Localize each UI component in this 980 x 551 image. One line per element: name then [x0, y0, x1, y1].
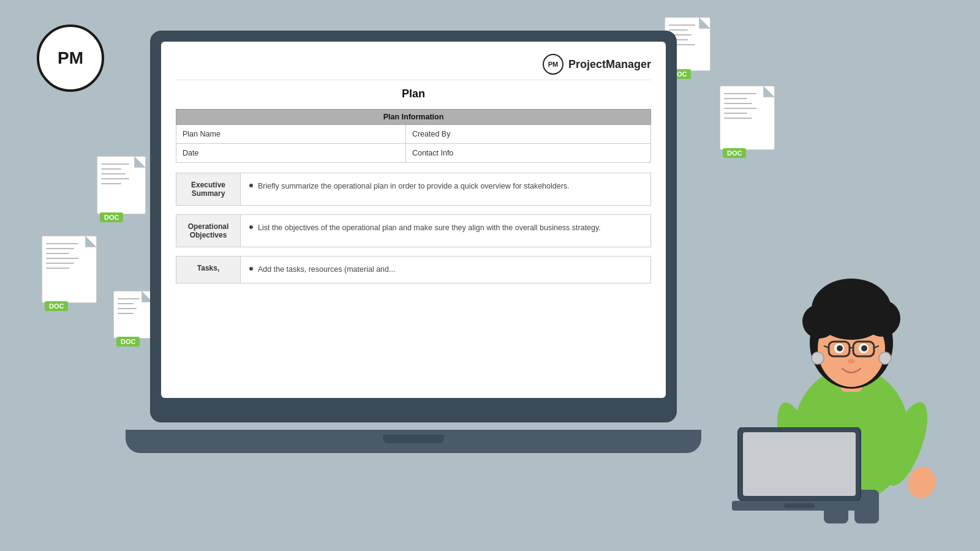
- executive-summary-content: Briefly summarize the operational plan i…: [241, 173, 651, 206]
- bullet-dot-1: [249, 184, 253, 187]
- contact-info-label: Contact Info: [405, 144, 650, 163]
- small-laptop-illustration: [732, 427, 879, 519]
- executive-summary-label: ExecutiveSummary: [176, 173, 241, 206]
- bullet-dot-3: [249, 267, 253, 271]
- laptop-bezel: PM ProjectManager Plan Plan Information …: [150, 31, 677, 422]
- created-by-label: Created By: [405, 125, 650, 144]
- doc-float-4: DOC: [42, 236, 97, 303]
- operational-objectives-label: OperationalObjectives: [176, 215, 241, 247]
- document-title: Plan: [176, 88, 651, 100]
- pm-logo: PM: [37, 24, 104, 92]
- operational-objectives-section: OperationalObjectives List the objective…: [176, 214, 651, 247]
- svg-point-16: [837, 345, 843, 351]
- laptop-base: [126, 430, 701, 453]
- laptop: PM ProjectManager Plan Plan Information …: [150, 31, 726, 471]
- tasks-section: Tasks, Add the tasks, resources (materia…: [176, 256, 651, 283]
- date-label: Date: [176, 144, 406, 163]
- svg-rect-28: [743, 432, 856, 496]
- pm-circle-header: PM: [543, 54, 564, 75]
- plan-info-table: Plan Information Plan Name Created By Da…: [176, 109, 651, 163]
- svg-rect-30: [784, 503, 815, 508]
- doc-header: PM ProjectManager: [176, 54, 651, 80]
- document-content: PM ProjectManager Plan Plan Information …: [161, 42, 666, 304]
- doc-badge-5: DOC: [116, 337, 140, 347]
- executive-summary-section: ExecutiveSummary Briefly summarize the o…: [176, 173, 651, 206]
- bullet-dot-2: [249, 225, 253, 229]
- svg-point-17: [861, 345, 867, 351]
- doc-badge-4: DOC: [45, 301, 68, 311]
- pm-brand-header: PM ProjectManager: [543, 54, 651, 75]
- doc-badge-3: DOC: [100, 212, 123, 222]
- tasks-content: Add the tasks, resources (material and..…: [241, 257, 651, 283]
- doc-float-5: DOC: [113, 291, 153, 340]
- pm-brand-name: ProjectManager: [568, 58, 651, 71]
- svg-point-18: [848, 359, 855, 364]
- svg-point-19: [812, 352, 824, 364]
- operational-objectives-content: List the objectives of the operational p…: [241, 215, 651, 247]
- plan-name-label: Plan Name: [176, 125, 406, 144]
- doc-float-3: DOC: [97, 156, 146, 214]
- svg-point-20: [879, 352, 891, 364]
- plan-info-header: Plan Information: [176, 110, 651, 125]
- laptop-screen: PM ProjectManager Plan Plan Information …: [161, 42, 666, 398]
- doc-float-2: DOC: [720, 86, 775, 150]
- tasks-label: Tasks,: [176, 257, 241, 283]
- doc-badge-2: DOC: [723, 148, 746, 158]
- svg-point-8: [847, 287, 874, 313]
